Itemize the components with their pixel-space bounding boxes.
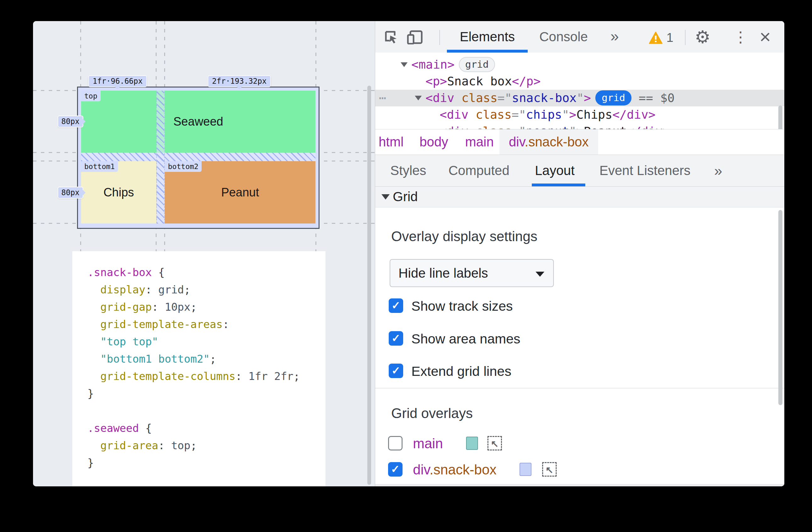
devtools-tab-elements[interactable]: Elements	[460, 21, 515, 53]
panel-tab-computed[interactable]: Computed	[448, 155, 509, 186]
code-segment: top	[171, 439, 190, 452]
code-segment: {	[152, 266, 165, 279]
code-segment: </div>	[612, 108, 655, 122]
code-segment: Snack box	[447, 74, 512, 88]
code-segment: </div>	[627, 124, 670, 129]
devtools-tab-console[interactable]: Console	[539, 21, 588, 53]
code-line: grid-gap: 10px;	[87, 298, 300, 316]
code-line: grid-template-areas:	[87, 316, 300, 333]
panel-tab-»[interactable]: »	[714, 155, 722, 186]
grid-badge[interactable]: grid	[595, 90, 632, 106]
page-scrollbar[interactable]	[367, 86, 371, 485]
warning-count: 1	[666, 30, 673, 45]
inspect-element-icon[interactable]	[384, 30, 398, 44]
code-sample-box: .snack-box { display: grid; grid-gap: 10…	[72, 251, 325, 486]
dropdown-value: Hide line labels	[398, 260, 488, 286]
grid-overlays-title: Grid overlays	[391, 406, 473, 421]
code-line: .seaweed {	[87, 420, 300, 437]
row-track-size-label: 80px	[58, 187, 83, 199]
code-segment: chips	[526, 108, 562, 122]
code-segment: ="	[512, 108, 526, 122]
code-segment: :	[235, 370, 248, 382]
code-segment: <div	[425, 91, 454, 105]
code-segment: ;	[210, 353, 216, 365]
code-segment: :	[152, 300, 165, 313]
code-segment: ;	[293, 370, 300, 382]
grid-badge[interactable]: grid	[459, 57, 495, 72]
checkbox-checked[interactable]: ✓	[388, 462, 403, 477]
code-segment: class	[468, 124, 512, 129]
breadcrumb-item[interactable]: div.snack-box	[499, 129, 598, 155]
toolbar-separator	[439, 30, 440, 45]
code-segment	[87, 370, 100, 382]
breadcrumb-item[interactable]: main	[465, 129, 494, 155]
code-line: "top top"	[87, 333, 300, 350]
code-segment: >	[577, 124, 584, 129]
panel-tab-layout[interactable]: Layout	[535, 155, 575, 186]
code-segment: :	[145, 283, 158, 296]
select-element-icon[interactable]: ↖	[488, 436, 502, 450]
devtools-toolbar: ElementsConsole » 1 ⚙ ⋮ ×	[375, 21, 784, 53]
code-segment: class	[454, 91, 497, 105]
code-segment: grid-template-areas	[100, 318, 223, 331]
css-code: .snack-box { display: grid; grid-gap: 10…	[87, 264, 300, 472]
code-segment: ;	[191, 300, 197, 313]
overlay-color-swatch[interactable]	[466, 437, 478, 450]
code-segment	[87, 318, 100, 331]
overlay-element-label: main	[413, 436, 443, 451]
code-segment: 1fr 2fr	[248, 370, 293, 382]
code-segment: body	[420, 135, 448, 149]
checkbox-checked[interactable]: ✓	[389, 364, 403, 378]
code-segment: <div	[440, 108, 468, 122]
active-tab-underline	[447, 50, 528, 53]
code-segment: >	[584, 91, 591, 105]
code-segment: 10px	[165, 300, 191, 313]
dom-tree-row[interactable]: <div class="peanut">Peanut</div>	[375, 123, 784, 129]
code-segment: div	[413, 462, 430, 477]
overlay-color-swatch[interactable]	[520, 463, 532, 476]
panel-tab-event-listeners[interactable]: Event Listeners	[599, 155, 691, 186]
grid-section-header[interactable]: Grid	[375, 187, 784, 208]
code-line	[87, 402, 300, 420]
checkbox-unchecked[interactable]: ✓	[388, 436, 403, 450]
breadcrumb-item[interactable]: body	[420, 129, 448, 155]
dom-tree-row[interactable]: <main>grid	[375, 56, 784, 73]
settings-gear-icon[interactable]: ⚙	[695, 27, 710, 47]
code-segment: main	[413, 436, 443, 451]
grid-section-title: Grid	[393, 187, 418, 207]
code-line: grid-template-columns: 1fr 2fr;	[87, 368, 300, 385]
dom-tree-row[interactable]: <p>Snack box</p>	[375, 73, 784, 90]
code-segment: html	[379, 135, 404, 149]
breadcrumb: htmlbodymaindiv.snack-box	[375, 129, 784, 155]
breadcrumb-item[interactable]: html	[379, 129, 404, 155]
row-gap-hatch	[81, 153, 316, 161]
code-segment: {	[139, 422, 152, 434]
code-line: }	[87, 454, 300, 472]
dom-tree-row[interactable]: ⋯<div class="snack-box">grid == $0	[375, 90, 784, 107]
code-segment: :	[158, 439, 171, 452]
expand-arrow-icon[interactable]	[401, 62, 408, 67]
close-devtools-icon[interactable]: ×	[759, 26, 771, 48]
row-options-dots-icon[interactable]: ⋯	[379, 90, 386, 107]
code-segment	[87, 439, 100, 452]
code-segment	[87, 353, 100, 365]
dom-scrollbar[interactable]	[778, 106, 782, 129]
line-labels-dropdown[interactable]: Hide line labels	[390, 259, 554, 287]
sidebar-tabs: StylesComputedLayoutEvent Listeners»	[375, 155, 784, 187]
checkbox-checked[interactable]: ✓	[389, 331, 403, 346]
code-segment: $0	[660, 91, 675, 105]
checkbox-checked[interactable]: ✓	[389, 298, 403, 313]
dom-tree-row[interactable]: <div class="chips">Chips</div>	[375, 107, 784, 123]
select-element-icon[interactable]: ↖	[542, 462, 557, 477]
panel-tab-styles[interactable]: Styles	[390, 155, 426, 186]
kebab-menu-icon[interactable]: ⋮	[733, 28, 748, 46]
code-segment	[87, 300, 100, 313]
code-segment: ==	[632, 91, 661, 105]
layout-pane-scrollbar[interactable]	[778, 210, 782, 405]
expand-arrow-icon[interactable]	[415, 96, 422, 100]
code-segment: peanut	[526, 124, 569, 129]
more-tabs-button[interactable]: »	[610, 21, 619, 53]
device-toolbar-icon[interactable]	[407, 30, 423, 44]
code-segment: grid-template-columns	[100, 370, 235, 382]
warnings-badge[interactable]: 1	[649, 30, 673, 45]
